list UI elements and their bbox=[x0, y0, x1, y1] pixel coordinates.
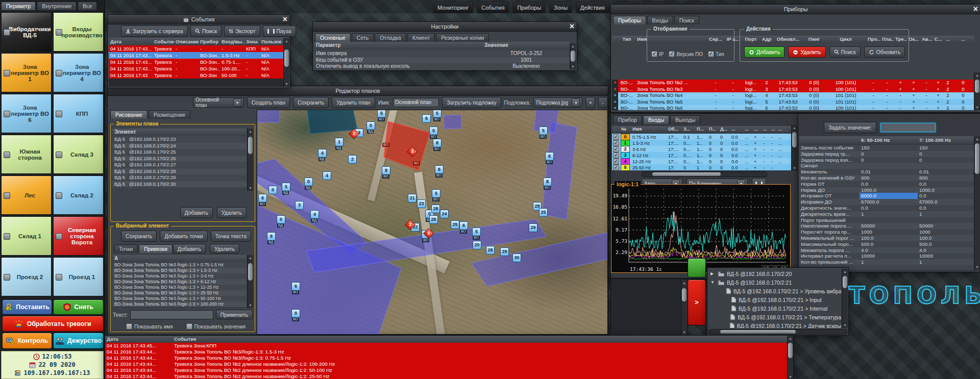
sensor-marker[interactable]: 23 bbox=[417, 199, 426, 208]
tree-item[interactable]: ▶ВД-5 @192.168.0.170/2:20 bbox=[709, 269, 841, 278]
input-row[interactable]: ✓11.5-3 Hz17:...0....1...000.0...+--... bbox=[612, 140, 792, 146]
sensor-marker[interactable]: 0 bbox=[277, 215, 285, 224]
remove-device-button[interactable]: Удалить bbox=[788, 46, 825, 58]
param-row[interactable]: Порог превышений bbox=[799, 217, 974, 223]
sel-tab-Привязки[interactable]: Привязки bbox=[139, 244, 173, 253]
sensor-marker[interactable]: 5 bbox=[282, 183, 290, 191]
binding-row[interactable]: ВО-Зона Зона Тополь ВО №3 /logic-1:3 > 1… bbox=[113, 285, 247, 290]
duty-button[interactable]: Дежурство bbox=[53, 333, 104, 349]
bindings-add-button[interactable]: Добавить bbox=[173, 244, 206, 254]
add-device-button[interactable]: Добавить bbox=[744, 46, 785, 58]
param-row[interactable]: Интервал расчета п...1000010000 bbox=[799, 253, 974, 259]
zone-checkbox[interactable] bbox=[56, 70, 62, 77]
sensor-marker[interactable]: 0 bbox=[268, 186, 277, 194]
tree-item[interactable]: ▼ВД-5 @192.168.0.170/2:21 bbox=[709, 278, 841, 287]
settings-tab-Сеть[interactable]: Сеть bbox=[352, 33, 374, 42]
selected-element-Точка текста[interactable]: Точка текста bbox=[211, 231, 251, 242]
elements-add-button[interactable]: Добавить bbox=[180, 207, 213, 218]
zone-checkbox[interactable] bbox=[56, 111, 62, 117]
param-row[interactable]: Множитель0.010.01 bbox=[799, 169, 974, 175]
sensor-marker[interactable]: 30 bbox=[512, 254, 521, 262]
sensor-marker[interactable]: 1 bbox=[335, 138, 344, 146]
zone-tile[interactable]: Склад 3 bbox=[53, 135, 104, 174]
plan-element-row[interactable]: ВД-5 @192.168.0.170/2:30 bbox=[113, 181, 247, 188]
input-checkbox[interactable]: ✓ bbox=[613, 140, 619, 146]
sensor-marker[interactable]: 24 bbox=[440, 210, 449, 218]
event-row[interactable]: 04 11 2016 17:43...Тревога---КППN/A+ bbox=[109, 45, 284, 52]
input-row[interactable]: ✓36-12 Hz17:...0....1...000.0...+--... bbox=[612, 152, 792, 158]
sensor-marker[interactable]: 25 bbox=[451, 220, 459, 229]
param-row[interactable]: Кол-во превышений ...11 bbox=[799, 259, 974, 265]
zone-tile[interactable]: КПП bbox=[53, 94, 104, 133]
settings-tab-Резервные копии[interactable]: Резервные копии bbox=[436, 33, 489, 42]
zone-checkbox[interactable] bbox=[4, 274, 10, 281]
sensor-marker[interactable]: 8 bbox=[382, 166, 390, 175]
underlay-select[interactable]: Подложка.jpg▼ bbox=[533, 97, 582, 108]
set-value-button[interactable]: Задать значение: bbox=[824, 122, 876, 133]
tree-item[interactable]: ВД-5 @192.168.0.170/2:21 > Input bbox=[709, 295, 841, 304]
editor-tab-Размещение[interactable]: Размещение bbox=[149, 110, 190, 119]
param-row[interactable]: Запись после события150150 bbox=[799, 145, 974, 151]
zone-tile[interactable]: Зона периметр ВО 6 bbox=[1, 94, 52, 133]
menu-Приборы[interactable]: Приборы bbox=[512, 2, 546, 13]
plan-element-row[interactable]: ВД-5 @192.168.0.170/2:23 bbox=[113, 136, 247, 143]
zone-checkbox[interactable] bbox=[56, 233, 62, 240]
event-row[interactable]: 04 11 2016 17:43...Тревога-ВО-Зон...100-… bbox=[109, 65, 284, 72]
sensor-marker[interactable]: 0 bbox=[429, 127, 438, 135]
log-row[interactable]: 04 11 2016 17:43:44...Тревога Зона Топол… bbox=[105, 361, 787, 367]
input-row[interactable]: ✓00.75-1.5 Hz17:...0.11...000.0...+--... bbox=[612, 134, 792, 140]
devices-tab-Входы[interactable]: Входы bbox=[647, 16, 673, 24]
log-row[interactable]: 04 11 2016 17:43:44...Тревога Зона Топол… bbox=[105, 355, 787, 361]
events-search-button[interactable]: Поиск bbox=[190, 26, 222, 37]
settings-tab-Основные[interactable]: Основные bbox=[315, 33, 351, 42]
close-icon[interactable]: × bbox=[973, 4, 978, 14]
sensor-marker[interactable]: 20 bbox=[473, 241, 481, 249]
zone-tile[interactable]: Склад 2 bbox=[53, 175, 104, 215]
load-from-server-button[interactable]: Загрузить с сервера bbox=[121, 26, 188, 37]
device-row[interactable]: +ВО-...Зона Тополь ВО №2 ...--logi...217… bbox=[612, 80, 974, 86]
event-row[interactable]: 04 11 2016 17:43Тревога-ВО-Зон50-100-N/A… bbox=[109, 72, 284, 79]
zone-checkbox[interactable] bbox=[56, 151, 62, 158]
arm-button[interactable]: Поставить bbox=[2, 299, 52, 315]
sensor-marker[interactable]: 6 bbox=[435, 165, 444, 174]
save-plan-button[interactable]: Сохранить bbox=[293, 97, 329, 108]
sensor-marker[interactable]: 5 bbox=[377, 110, 386, 118]
tree-item[interactable]: ВД-5 @192.168.0.170/2:21 > Датчик вскры bbox=[709, 321, 841, 328]
sensor-marker[interactable]: 6 bbox=[459, 221, 468, 230]
binding-row[interactable]: ВО-Зона Зона Тополь ВО №3 /logic-1:3 > 1… bbox=[113, 268, 247, 273]
sidebar-tab-Периметр[interactable]: Периметр bbox=[1, 2, 36, 10]
sel-tab-Точки[interactable]: Точки bbox=[114, 244, 138, 253]
param-row[interactable]: Минимальный порог ...100.0100.0 bbox=[799, 235, 974, 241]
zone-checkbox[interactable] bbox=[56, 192, 62, 199]
tree-item[interactable]: ВД-5 @192.168.0.170/2:21 > Температура bbox=[709, 313, 841, 321]
sensor-marker[interactable]: 0 bbox=[291, 309, 300, 318]
display-checkbox-IP[interactable]: ✓IP bbox=[651, 51, 664, 57]
show-checkbox-Показывать имя[interactable]: Показывать имя bbox=[126, 323, 173, 330]
tree-forward-button[interactable]: > bbox=[688, 280, 706, 325]
plan-element-row[interactable]: ВД-5 @192.168.0.170/2:27 bbox=[113, 162, 247, 168]
sidebar-tab-Все[interactable]: Все bbox=[78, 2, 97, 10]
log-row[interactable]: 04 11 2016 17:43:44...Тревога Зона Топол… bbox=[105, 349, 787, 355]
input-checkbox[interactable]: ✓ bbox=[613, 159, 619, 165]
events-titlebar[interactable]: События × bbox=[108, 15, 290, 24]
input-row[interactable]: ✓525-50 Hz17:01000.0...+-- bbox=[612, 164, 792, 170]
input-row[interactable]: ✓23-6 Hz17:...0....1...000.0...+--... bbox=[612, 146, 792, 152]
binding-row[interactable]: ВО-Зона Зона Тополь ВО №3 /logic-1:3 > 3… bbox=[113, 273, 247, 279]
sensor-marker[interactable]: 8 bbox=[543, 178, 552, 186]
menu-Мониторинг[interactable]: Мониторинг bbox=[433, 2, 473, 13]
binding-row[interactable]: ВО-Зона Зона Тополь ВО №3 /logic-1:3 > 0… bbox=[113, 262, 247, 268]
settings-row[interactable]: Кеш событий в ОЗУ1001 bbox=[314, 57, 570, 64]
sensor-marker[interactable]: 0 bbox=[304, 178, 313, 186]
param-row[interactable]: Исправен ОТ6000.00.0 bbox=[799, 193, 974, 199]
log-row[interactable]: 04 11 2016 17:43:44...Тревога Зона Топол… bbox=[105, 367, 787, 373]
binding-row[interactable]: ВО-Зона Зона Тополь ВО №3 /logic-1:3 > 2… bbox=[113, 290, 247, 296]
set-value-input[interactable] bbox=[880, 123, 936, 132]
plan-map[interactable]: 5ВО0ВД31ВД4ВД28ВО40ВД5ВД06ВО34ВД0ВД9ВД5В… bbox=[257, 110, 608, 335]
event-row[interactable]: 04 11 2016 17:43...Тревога-ВО-Зон...0.75… bbox=[109, 59, 284, 65]
event-row[interactable]: 04 11 2016 17:43...Тревога-ВО-Зон...1.5-… bbox=[109, 52, 284, 59]
delete-plan-button[interactable]: Удалить план bbox=[332, 97, 375, 108]
zone-tile[interactable]: Входы производство bbox=[53, 12, 104, 52]
plan-name-input[interactable]: Основной план bbox=[393, 98, 439, 107]
sensor-marker[interactable]: 6 bbox=[422, 114, 431, 123]
io-tab-Входы[interactable]: Входы bbox=[643, 115, 669, 124]
